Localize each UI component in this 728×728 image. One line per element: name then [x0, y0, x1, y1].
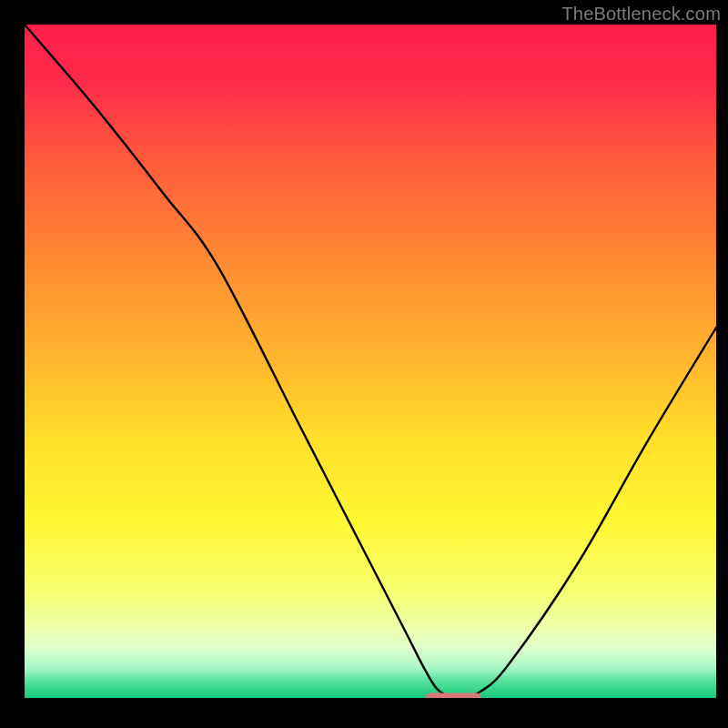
chart-svg [25, 25, 716, 698]
plot-area [25, 25, 716, 698]
chart-frame: TheBottleneck.com [0, 0, 728, 728]
optimal-marker [426, 693, 481, 699]
watermark-text: TheBottleneck.com [561, 4, 721, 25]
gradient-background [25, 25, 716, 698]
